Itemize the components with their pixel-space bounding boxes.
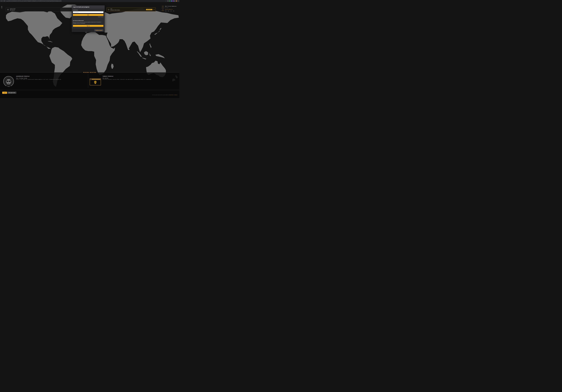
attribution-text: and: [173, 95, 175, 95]
java-cup-icon: [108, 9, 109, 11]
continue-as-guest-button[interactable]: Continue as guest: [94, 29, 103, 31]
remembered-badge: REMEMBERED: [146, 9, 152, 10]
next-button[interactable]: Next: [73, 14, 103, 16]
extension-icon-purple[interactable]: [173, 0, 174, 1]
threat-window-titlebar: [90, 79, 101, 80]
extension-icon-blue[interactable]: [171, 0, 172, 1]
apps-grid-icon[interactable]: [174, 1, 175, 1]
reload-icon[interactable]: ↻: [4, 0, 5, 1]
url-bar[interactable]: portal.securecodewarrior.com/?utm_source…: [6, 0, 167, 2]
language-selector[interactable]: Java Enterprise Edition (Basic) REMEMBER…: [106, 8, 156, 11]
points-value: 0: [162, 9, 164, 10]
login-modal-header: Log in to track your progress: [72, 5, 105, 9]
attribution-link-1[interactable]: Natural Earth: [169, 95, 173, 95]
signup-heading: Don't have an SCW account?: [73, 20, 103, 21]
chevron-down-icon[interactable]: [153, 9, 154, 10]
threat-heading: THREAT PROFILE: [103, 76, 172, 77]
skull-icon: [94, 81, 97, 84]
maturity-badge: [173, 10, 174, 12]
browser-menu-icon[interactable]: ⋮: [178, 0, 179, 1]
threat-name: SQL injection: [103, 78, 172, 79]
email-field[interactable]: [73, 11, 103, 13]
points-label: Points: [162, 10, 164, 11]
zoom-out-button[interactable]: −: [1, 7, 2, 8]
level-label: Level: [162, 6, 164, 6]
map-attribution: The map is based on public domain map da…: [152, 95, 177, 95]
category-subtitle: SQL injection: [10, 10, 15, 11]
crossed-swords-icon: [7, 9, 9, 11]
mission-briefing-section: MISSION BRIEFING ADVERSARY PROFILE Alias…: [0, 72, 179, 98]
maturity-badge: [170, 10, 172, 12]
browser-toolbar: ← → ↻ portal.securecodewarrior.com/?utm_…: [0, 0, 179, 2]
bookmark-star-icon[interactable]: ☆: [165, 0, 166, 1]
language-title: Java: [110, 8, 145, 10]
back-icon[interactable]: ←: [1, 0, 2, 1]
adversary-description: Subject is well-known for targeting worl…: [16, 79, 86, 80]
category-title: Injection Flaws: [10, 8, 15, 10]
adversary-heading: ADVERSARY PROFILE: [16, 76, 86, 77]
threat-profile: THREAT PROFILE SQL injection The IDS has…: [103, 76, 172, 80]
attribution-link-2[interactable]: Wikipedia: [175, 95, 177, 95]
browser-profile-avatar[interactable]: C: [176, 0, 177, 1]
login-button[interactable]: Login: [2, 92, 7, 94]
email-label: Email Address: [73, 10, 103, 11]
login-modal-title: Log in to track your progress: [73, 6, 103, 8]
adversary-avatar: [3, 76, 14, 87]
map-zoom-controls: + −: [1, 6, 2, 9]
login-modal: Log in to track your progress Email Addr…: [72, 5, 105, 32]
maturity-badge: [168, 10, 169, 12]
forward-icon[interactable]: →: [2, 0, 4, 1]
maturity-label: Security Maturity: [165, 9, 176, 10]
signup-text: Sign up for a free 14-day trial to track…: [73, 22, 103, 24]
maturity-badge: [165, 10, 167, 12]
adversary-profile: ADVERSARY PROFILE Alias: Firstname Lastn…: [16, 76, 86, 80]
attribution-text: The map is based on public domain map da…: [152, 95, 169, 95]
accuracy-label: Accuracy: [165, 7, 176, 8]
login-modal-footer: Continue as guest: [72, 29, 105, 32]
level-value: 0: [162, 7, 164, 9]
threat-description: The IDS has detected a security threat. …: [103, 79, 172, 80]
enter-game-mode-button[interactable]: Enter game mode: [7, 92, 16, 94]
signup-button[interactable]: Sign up: [73, 25, 103, 27]
category-panel: Injection Flaws SQL injection: [6, 8, 80, 11]
mission-briefing-title: MISSION BRIEFING: [82, 72, 98, 73]
zoom-in-button[interactable]: +: [1, 6, 2, 7]
forgot-password-link[interactable]: Forgot Password: [73, 16, 103, 17]
player-stats: Level 0 0 Points Most Critical Weaknesse…: [162, 6, 179, 12]
weaknesses-title: Most Critical Weaknesses: [165, 6, 176, 7]
share-icon[interactable]: [168, 0, 168, 1]
extension-icon-green[interactable]: [169, 0, 170, 1]
language-subtitle: Enterprise Edition (Basic): [110, 10, 145, 11]
lock-icon: [7, 0, 7, 1]
maturity-badges: [165, 10, 176, 12]
adversary-alias: Alias: Firstname Lastname: [16, 78, 86, 79]
threat-window-graphic: [90, 78, 101, 85]
url-text: portal.securecodewarrior.com/?utm_source…: [8, 0, 164, 1]
